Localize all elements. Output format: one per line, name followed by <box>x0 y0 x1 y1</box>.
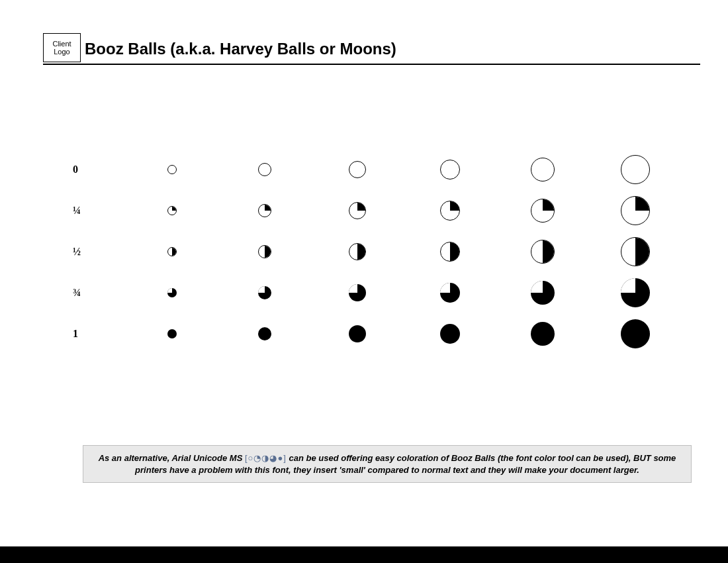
harvey-ball-grid: 0¼½¾1 <box>73 149 688 354</box>
grid-cell <box>410 201 490 221</box>
grid-cell <box>596 237 675 266</box>
client-logo-placeholder: Client Logo <box>43 33 81 62</box>
grid-cell <box>503 158 582 181</box>
harvey-ball-icon <box>258 245 271 258</box>
grid-cell <box>132 288 212 297</box>
harvey-ball-icon <box>440 201 460 221</box>
grid-row: ¼ <box>73 190 688 231</box>
footnote-pre: As an alternative, Arial Unicode MS <box>99 453 245 463</box>
grid-cell <box>596 196 675 225</box>
grid-cell <box>225 286 304 299</box>
grid-cell <box>410 324 490 344</box>
harvey-ball-icon <box>440 242 460 262</box>
harvey-ball-icon <box>349 161 366 178</box>
harvey-ball-icon <box>349 284 366 301</box>
footnote-box: As an alternative, Arial Unicode MS [○◔◑… <box>83 445 692 483</box>
row-cells <box>132 278 688 307</box>
harvey-ball-icon <box>440 324 460 344</box>
harvey-ball-icon <box>258 204 271 217</box>
grid-cell <box>596 155 675 184</box>
grid-cell <box>503 199 582 223</box>
harvey-ball-icon <box>440 160 460 179</box>
harvey-ball-icon <box>349 325 366 342</box>
harvey-ball-icon <box>440 283 460 303</box>
grid-cell <box>596 319 675 348</box>
title-underline <box>43 64 700 65</box>
row-label: 0 <box>73 164 132 176</box>
row-label: ¼ <box>73 205 132 217</box>
row-label: ¾ <box>73 287 132 299</box>
row-cells <box>132 155 688 184</box>
harvey-ball-icon <box>621 319 650 348</box>
harvey-ball-icon <box>621 155 650 184</box>
slide-page: Client Logo Booz Balls (a.k.a. Harvey Ba… <box>0 0 728 546</box>
grid-cell <box>225 204 304 217</box>
grid-cell <box>503 240 582 264</box>
harvey-ball-icon <box>621 278 650 307</box>
harvey-ball-icon <box>167 247 177 256</box>
page-title: Booz Balls (a.k.a. Harvey Balls or Moons… <box>85 40 396 58</box>
client-logo-text: Client Logo <box>44 40 80 56</box>
row-cells <box>132 237 688 266</box>
harvey-ball-icon <box>621 237 650 266</box>
harvey-ball-icon <box>167 165 177 174</box>
grid-cell <box>410 283 490 303</box>
grid-cell <box>503 281 582 305</box>
grid-cell <box>132 165 212 174</box>
footnote-glyph-sample: [○◔◑◕●] <box>245 453 287 463</box>
harvey-ball-icon <box>531 158 555 181</box>
harvey-ball-icon <box>621 196 650 225</box>
grid-cell <box>503 322 582 346</box>
grid-cell <box>132 206 212 215</box>
grid-cell <box>132 247 212 256</box>
grid-cell <box>225 163 304 176</box>
grid-cell <box>318 161 397 178</box>
harvey-ball-icon <box>258 327 271 340</box>
grid-row: ½ <box>73 231 688 272</box>
harvey-ball-icon <box>531 281 555 305</box>
grid-cell <box>318 284 397 301</box>
row-cells <box>132 196 688 225</box>
harvey-ball-icon <box>258 286 271 299</box>
row-label: ½ <box>73 246 132 258</box>
grid-cell <box>225 327 304 340</box>
grid-cell <box>318 202 397 219</box>
grid-cell <box>410 160 490 179</box>
slide: Client Logo Booz Balls (a.k.a. Harvey Ba… <box>0 0 728 546</box>
harvey-ball-icon <box>167 288 177 297</box>
grid-cell <box>410 242 490 262</box>
harvey-ball-icon <box>167 206 177 215</box>
harvey-ball-icon <box>167 329 177 338</box>
harvey-ball-icon <box>349 202 366 219</box>
harvey-ball-icon <box>531 240 555 264</box>
row-label: 1 <box>73 328 132 340</box>
harvey-ball-icon <box>258 163 271 176</box>
harvey-ball-icon <box>349 243 366 260</box>
grid-row: ¾ <box>73 272 688 313</box>
grid-row: 1 <box>73 313 688 354</box>
grid-row: 0 <box>73 149 688 190</box>
grid-cell <box>318 325 397 342</box>
grid-cell <box>132 329 212 338</box>
row-cells <box>132 319 688 348</box>
harvey-ball-icon <box>531 199 555 223</box>
harvey-ball-icon <box>531 322 555 346</box>
grid-cell <box>318 243 397 260</box>
grid-cell <box>225 245 304 258</box>
page-number: - 0 - <box>0 548 728 556</box>
grid-cell <box>596 278 675 307</box>
